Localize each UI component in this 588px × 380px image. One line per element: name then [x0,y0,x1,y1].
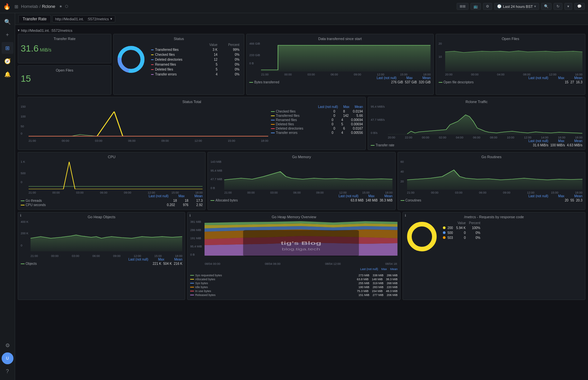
settings-btn[interactable]: ⚙ [483,3,492,10]
open-files-legend-label: Open file descriptors [444,80,474,84]
app-logo: 🔥 [3,3,11,10]
status-table-row: Deleted directories 12 0% [150,57,241,62]
sidebar-compass[interactable]: 🧭 [2,55,13,67]
legend-line [271,133,275,133]
go-heap-objects-title: Go Heap Objects [21,215,182,219]
row-4: ℹ Go Heap Objects 400 K 200 K 0 [18,212,585,300]
alerts-btn[interactable]: 💬 [574,3,585,10]
cpu-chart: 1 K 500 0 [21,160,203,190]
row-3: CPU 1 K 500 0 21:0000:0003:0006:0 [18,152,585,210]
breadcrumb-homelab[interactable]: Homelab [21,4,38,9]
metrics-response-title: /metrcs - Requests by response code [405,215,582,219]
zoom-btn[interactable]: 🔍 [541,3,552,10]
cpu-row-vals: 0.202 976 2.92 [167,203,203,207]
status-total-row-vals: 0 4 0.00556 [332,131,363,135]
go-routines-stat-headers: Last (not null)MaxMean [401,194,582,198]
status-total-row: Transferred files 0 142 5.66 [271,114,363,118]
status-table-row: Renamed files 5 0% [150,62,241,67]
sidebar-search[interactable]: 🔍 [2,16,13,28]
chevron-btn[interactable]: ▾ [564,3,572,10]
time-range-selector[interactable]: 🕐 Last 24 hours BST ▾ [494,3,539,10]
heap-memory-row: Sys bytes 255 MiB 319 MiB 268 MiB [190,281,398,285]
legend-line [271,128,275,129]
sidebar-add[interactable]: + [2,29,13,41]
cpu-legend-line [21,205,25,205]
open-files-small-panel: Open Files 15 [18,65,111,95]
info-icon: ℹ [20,214,21,217]
svg-marker-6 [224,172,392,190]
status-row-percent: 0% [219,57,241,62]
tv-btn[interactable]: 📺 [470,3,481,10]
transfer-rate-panel: Transfer Rate 31.6 MiB/s [18,34,111,63]
tab-url[interactable]: http://Media01.int. :5572/metrics ▾ [52,15,115,22]
star-icon[interactable]: ★ [59,4,62,9]
heap-row-label: Idle bytes [190,285,208,289]
nav-icons: ⊞⊞ 📺 ⚙ 🕐 Last 24 hours BST ▾ 🔍 ↻ ▾ 💬 [457,3,585,10]
go-routines-x-labels: 21:0000:0003:0006:0009:0012:0015:0018:00 [407,191,582,194]
breadcrumb-rclone[interactable]: Rclone [42,4,55,9]
status-total-row-label: Transferred files [271,114,299,117]
go-routines-title: Go Routines [401,155,582,159]
refresh-btn[interactable]: ↻ [554,3,562,10]
cpu-row: CPU seconds 0.202 976 2.92 [21,203,203,207]
cpu-row-label: Go threads [21,199,42,202]
open-files-max: 27 [570,80,574,84]
status-total-panel: Status Total 150 100 50 0 [18,97,366,150]
data-chart-svg [261,42,430,72]
data-transferred-chart: 466 GiB 233 GiB 0 B [249,42,430,72]
status-header-value: Value [202,43,219,47]
sidebar-avatar[interactable]: U [2,352,13,364]
cpu-row: Go threads 18 18 17.3 [21,199,203,203]
status-total-row: Renamed files 0 4 0.00694 [271,118,363,122]
status-table-row: Transferred files 3 K 99% [150,48,241,52]
rclone-traffic-title: Rclone Traffic [371,100,582,104]
cpu-stat-headers: Last (not null)MaxMean [21,194,203,198]
share-icon[interactable]: ⬡ [65,4,68,9]
heap-objects-legend: Objects 221 K 504 K 216 K [21,262,182,265]
tab-rclone[interactable]: Transfer Rate [18,15,51,23]
heap-memory-row: Allocated bytes 63.8 MiB 148 MiB 38.3 Mi… [190,277,398,281]
dashboard-btn[interactable]: ⊞⊞ [457,3,468,10]
data-transferred-legend: Bytes transferred 276 GiB 537 GiB 320 Gi… [249,80,430,84]
heap-row-label: Sys bytes [190,282,208,285]
response-donut [405,220,438,254]
cpu-legend-line [21,201,25,201]
sidebar-dashboards[interactable]: ⊞ [2,42,13,54]
svg-point-19 [409,224,434,249]
resp-row-label: 503 [442,236,454,240]
resp-row-percent: 100% [468,226,482,230]
heap-legend-line [190,291,194,291]
sidebar-bell[interactable]: 🔔 [2,68,13,80]
metrics-response-panel: ℹ /metrcs - Requests by response code [403,212,585,300]
resp-table-row: 503 0 0% [442,236,482,240]
legend-line [271,116,275,116]
left-panels: Transfer Rate 31.6 MiB/s Open Files 15 [18,34,111,95]
open-files-stat-headers: Last (not null)MaxMean [439,76,582,80]
sidebar-help[interactable]: ? [2,366,13,377]
sidebar-gear[interactable]: ⚙ [2,339,13,351]
heap-objects-svg [31,220,182,253]
heap-memory-row: In use bytes 75.3 MiB 154 MiB 48.3 MiB [190,289,398,293]
heap-row-vals: 180 MiB 283 MiB 220 MiB [359,285,398,289]
bytes-transferred-legend-label: Bytes transferred [254,80,279,84]
cpu-title: CPU [21,155,203,159]
open-files-chart: 20 10 [439,42,582,72]
response-table-container: Value Percent 200 5.94 K 100% 500 0 0% 5… [441,220,482,241]
status-row-percent: 0% [219,72,241,76]
svg-marker-3 [261,45,430,72]
open-files-chart-title: Open Files [439,37,582,41]
rclone-traffic-svg [388,105,582,135]
open-files-svg [445,42,582,72]
bytes-transferred-legend-line [249,82,253,83]
rclone-traffic-stat-headers: Last (not null)MaxMean [371,139,582,143]
traffic-max: 100 MiB/s [550,143,565,147]
go-memory-panel: Go Memory 143 MiB 95.4 MiB 47.7 MiB 0 B [207,152,395,210]
go-heap-memory-chart: 381 MiB 286 MiB 191 MiB 95.4 MiB 0 B [190,220,398,260]
row-1: Transfer Rate 31.6 MiB/s Open Files 15 S… [18,34,585,95]
status-total-row-vals: 0 5 0.00694 [332,122,363,126]
go-memory-x-labels: 21:0000:0003:0006:0009:0012:0015:0018:00 [224,191,392,194]
status-total-row: Deleted directories 0 6 0.0167 [271,126,363,131]
heap-row-label: Released bytes [190,293,215,297]
top-nav: 🔥 ⊞ Homelab / Rclone ★ ⬡ ⊞⊞ 📺 ⚙ 🕐 Last 2… [0,0,588,13]
status-total-table: Last (not null)MaxMean Checked files 0 8… [271,105,363,142]
